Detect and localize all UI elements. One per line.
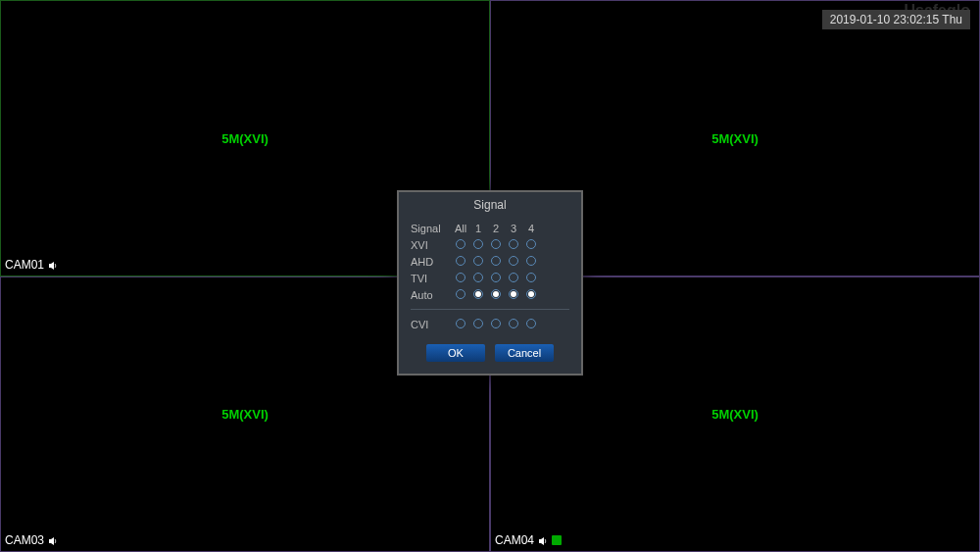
col-header: 1 xyxy=(469,223,487,234)
camera-name: CAM03 xyxy=(5,533,44,547)
table-header: Signal All 1 2 3 4 xyxy=(411,220,569,236)
dialog-buttons: OK Cancel xyxy=(399,334,581,374)
signal-radio[interactable] xyxy=(473,256,483,266)
resolution-label: 5M(XVI) xyxy=(221,407,269,422)
camera-label: CAM03 xyxy=(5,533,58,547)
row-label: CVI xyxy=(411,319,452,330)
record-icon xyxy=(552,535,562,545)
resolution-label: 5M(XVI) xyxy=(711,407,759,422)
table-row: Auto xyxy=(411,286,569,303)
signal-radio[interactable] xyxy=(491,256,501,266)
signal-radio[interactable] xyxy=(526,239,536,249)
signal-radio[interactable] xyxy=(456,289,466,299)
speaker-icon xyxy=(48,535,58,545)
signal-radio[interactable] xyxy=(456,319,466,328)
signal-radio[interactable] xyxy=(509,319,518,328)
row-label: Auto xyxy=(411,289,452,301)
camera-label: CAM01 xyxy=(5,258,58,272)
resolution-label: 5M(XVI) xyxy=(221,130,269,145)
signal-radio[interactable] xyxy=(491,273,501,282)
camera-name: CAM01 xyxy=(5,258,44,272)
speaker-icon xyxy=(538,535,548,545)
header-label: Signal xyxy=(411,223,452,234)
row-label: TVI xyxy=(411,273,452,284)
signal-radio[interactable] xyxy=(526,256,536,266)
speaker-icon xyxy=(48,260,58,270)
signal-radio[interactable] xyxy=(491,239,501,249)
signal-radio[interactable] xyxy=(473,273,483,282)
signal-radio[interactable] xyxy=(456,239,466,249)
signal-dialog: Signal Signal All 1 2 3 4 XVIAHDTVIAuto … xyxy=(397,190,583,376)
timestamp-overlay: 2019-01-10 23:02:15 Thu xyxy=(822,10,970,29)
table-row: CVI xyxy=(411,316,569,332)
table-row: AHD xyxy=(411,253,569,270)
resolution-label: 5M(XVI) xyxy=(711,130,759,145)
row-label: AHD xyxy=(411,256,452,268)
signal-radio[interactable] xyxy=(473,319,483,328)
signal-radio[interactable] xyxy=(491,319,501,328)
col-header: 4 xyxy=(522,223,540,234)
signal-radio[interactable] xyxy=(456,273,466,282)
ok-button[interactable]: OK xyxy=(426,344,485,362)
col-header: 2 xyxy=(487,223,505,234)
signal-radio[interactable] xyxy=(509,289,518,299)
signal-radio[interactable] xyxy=(526,273,536,282)
divider xyxy=(411,309,569,310)
row-label: XVI xyxy=(411,239,452,251)
signal-table: Signal All 1 2 3 4 XVIAHDTVIAuto xyxy=(399,216,581,303)
signal-radio[interactable] xyxy=(509,256,518,266)
signal-radio[interactable] xyxy=(526,289,536,299)
table-row: TVI xyxy=(411,270,569,286)
cancel-button[interactable]: Cancel xyxy=(495,344,554,362)
signal-radio[interactable] xyxy=(491,289,501,299)
col-header: 3 xyxy=(505,223,522,234)
dialog-title: Signal xyxy=(399,192,581,216)
signal-radio[interactable] xyxy=(473,239,483,249)
signal-radio[interactable] xyxy=(509,273,518,282)
camera-name: CAM04 xyxy=(495,533,534,547)
signal-radio[interactable] xyxy=(473,289,483,299)
signal-radio[interactable] xyxy=(456,256,466,266)
camera-label: CAM04 xyxy=(495,533,562,547)
signal-radio[interactable] xyxy=(526,319,536,328)
signal-table-2: CVI xyxy=(399,316,581,334)
table-row: XVI xyxy=(411,236,569,253)
col-header: All xyxy=(452,223,469,234)
signal-radio[interactable] xyxy=(509,239,518,249)
